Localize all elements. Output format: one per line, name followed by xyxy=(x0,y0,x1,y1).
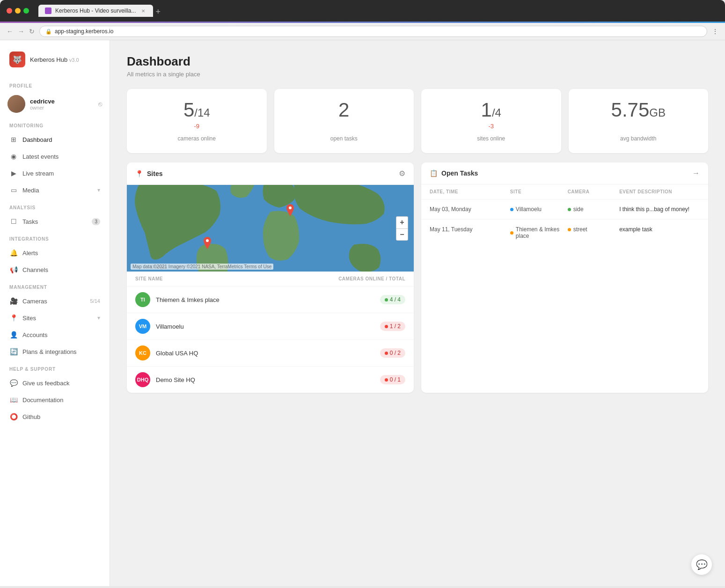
browser-actions: ⋮ xyxy=(712,28,718,35)
sidebar-item-label: Cameras xyxy=(22,298,47,305)
sidebar-item-tasks[interactable]: ☐ Tasks 3 xyxy=(0,213,110,230)
site-name: Villamoelu xyxy=(156,323,374,330)
back-button[interactable]: ← xyxy=(7,28,13,35)
sidebar-item-label: Give us feedback xyxy=(22,380,69,387)
sidebar-item-feedback[interactable]: 💬 Give us feedback xyxy=(0,375,110,391)
monitoring-section-label: MONITORING xyxy=(0,117,110,131)
cameras-stat-value: 5/14 xyxy=(136,100,257,120)
integrations-section-label: INTEGRATIONS xyxy=(0,230,110,244)
map-pin-1[interactable] xyxy=(202,237,213,254)
tasks-panel-icon: 📋 xyxy=(430,169,438,177)
chevron-down-icon: ▾ xyxy=(97,315,100,321)
sidebar-item-sites[interactable]: 📍 Sites ▾ xyxy=(0,309,110,326)
cameras-stat-denom: /14 xyxy=(194,106,210,119)
reload-button[interactable]: ↻ xyxy=(29,28,35,35)
forward-button[interactable]: → xyxy=(18,28,24,35)
map-zoom-out-button[interactable]: − xyxy=(396,228,408,241)
new-tab-button[interactable]: + xyxy=(156,7,161,17)
site-count: 0 / 2 xyxy=(380,348,405,358)
site-row[interactable]: KC Global USA HQ 0 / 2 xyxy=(127,340,414,367)
task-row[interactable]: May 03, Monday Villamoelu side I think t… xyxy=(421,199,708,220)
stat-card-cameras: 5/14 -9 cameras online xyxy=(127,89,267,153)
logo-icon: 🐺 xyxy=(9,51,25,67)
live-stream-icon: ▶ xyxy=(9,169,18,177)
status-dot xyxy=(385,352,388,355)
cameras-column-header: CAMERAS ONLINE / TOTAL xyxy=(338,276,405,281)
sites-panel-title: 📍 Sites xyxy=(135,170,162,177)
site-status-dot xyxy=(510,231,513,235)
bandwidth-stat-value: 5.75GB xyxy=(578,100,699,120)
sidebar-item-github[interactable]: ⭕ Github xyxy=(0,408,110,425)
chat-button[interactable]: 💬 xyxy=(691,554,712,575)
page-subtitle: All metrics in a single place xyxy=(127,71,708,78)
map-pin-2[interactable] xyxy=(285,204,296,221)
map-zoom-in-button[interactable]: + xyxy=(396,216,408,228)
task-description: example task xyxy=(619,226,700,233)
date-time-column-header: DATE, TIME xyxy=(430,189,510,194)
stats-grid: 5/14 -9 cameras online 2 open tasks 1/4 … xyxy=(127,89,708,153)
url-bar[interactable]: 🔒 app-staging.kerberos.io xyxy=(39,26,707,37)
url-text: app-staging.kerberos.io xyxy=(55,28,113,35)
tab-close-button[interactable]: ✕ xyxy=(140,7,146,14)
lock-icon: 🔒 xyxy=(45,29,52,35)
sidebar-item-cameras[interactable]: 🎥 Cameras 5/14 xyxy=(0,293,110,309)
sidebar-item-alerts[interactable]: 🔔 Alerts xyxy=(0,244,110,261)
minimize-button[interactable] xyxy=(15,8,21,14)
sidebar-item-live-stream[interactable]: ▶ Live stream xyxy=(0,165,110,182)
site-avatar: VM xyxy=(135,319,150,334)
sidebar-item-label: Media xyxy=(22,187,39,194)
map-controls: + − xyxy=(396,216,408,241)
site-row[interactable]: TI Thiemen & Imkes place 4 / 4 xyxy=(127,287,414,313)
close-button[interactable] xyxy=(7,8,12,14)
tasks-arrow-button[interactable]: → xyxy=(692,169,700,177)
cameras-icon: 🎥 xyxy=(9,297,18,305)
site-row[interactable]: DHQ Demo Site HQ 0 / 1 xyxy=(127,367,414,393)
status-dot xyxy=(385,378,388,382)
site-column-header: SITE xyxy=(510,189,568,194)
site-avatar: DHQ xyxy=(135,372,150,387)
accounts-icon: 👤 xyxy=(9,331,18,339)
sidebar-item-dashboard[interactable]: ⊞ Dashboard xyxy=(0,131,110,148)
maximize-button[interactable] xyxy=(23,8,29,14)
task-description: I think this p...bag of money! xyxy=(619,206,700,213)
cameras-stat-label: cameras online xyxy=(136,135,257,142)
logout-button[interactable]: ⎋ xyxy=(98,100,102,108)
sidebar-item-label: Documentation xyxy=(22,397,63,404)
sidebar-item-channels[interactable]: 📢 Channels xyxy=(0,261,110,278)
extensions-icon: ⋮ xyxy=(712,28,718,35)
sidebar-item-label: Live stream xyxy=(22,170,54,177)
status-dot xyxy=(385,298,388,301)
map-background xyxy=(127,185,414,272)
status-dot xyxy=(385,325,388,328)
camera-status-dot xyxy=(568,208,571,211)
alerts-icon: 🔔 xyxy=(9,249,18,257)
sidebar-item-accounts[interactable]: 👤 Accounts xyxy=(0,326,110,343)
sidebar-logo: 🐺 Kerberos Hub v3.0 xyxy=(0,48,110,77)
tab-title: Kerberos Hub - Video surveilla... xyxy=(55,7,136,14)
bandwidth-stat-label: avg bandwidth xyxy=(578,135,699,142)
sites-panel: 📍 Sites ⚙ xyxy=(127,162,414,393)
site-list-header: SITE NAME CAMERAS ONLINE / TOTAL xyxy=(127,272,414,287)
site-row[interactable]: VM Villamoelu 1 / 2 xyxy=(127,313,414,340)
browser-bar: ← → ↻ 🔒 app-staging.kerberos.io ⋮ xyxy=(0,23,725,40)
sidebar-item-plans[interactable]: 🔄 Plans & integrations xyxy=(0,343,110,360)
map-attribution: Map data ©2021 Imagery ©2021 NASA, Terra… xyxy=(131,264,273,270)
svg-point-1 xyxy=(206,239,209,242)
sidebar-item-docs[interactable]: 📖 Documentation xyxy=(0,391,110,408)
bandwidth-stat-delta xyxy=(578,123,699,130)
sites-filter-button[interactable]: ⚙ xyxy=(399,169,405,178)
sidebar-item-label: Plans & integrations xyxy=(22,348,77,355)
dashboard-icon: ⊞ xyxy=(9,135,18,144)
sidebar-item-media[interactable]: ▭ Media ▾ xyxy=(0,182,110,198)
cameras-count: 5/14 xyxy=(90,298,100,304)
docs-icon: 📖 xyxy=(9,396,18,404)
tasks-stat-delta xyxy=(284,123,405,130)
sidebar-item-label: Channels xyxy=(22,266,48,273)
sidebar-item-label: Github xyxy=(22,413,40,420)
active-tab[interactable]: Kerberos Hub - Video surveilla... ✕ xyxy=(38,5,153,17)
sidebar-item-latest-events[interactable]: ◉ Latest events xyxy=(0,148,110,165)
task-row[interactable]: May 11, Tuesday Thiemen & Imkes place st… xyxy=(421,220,708,246)
site-count: 4 / 4 xyxy=(380,295,405,304)
chat-icon: 💬 xyxy=(696,559,708,570)
sidebar-item-label: Latest events xyxy=(22,153,59,160)
